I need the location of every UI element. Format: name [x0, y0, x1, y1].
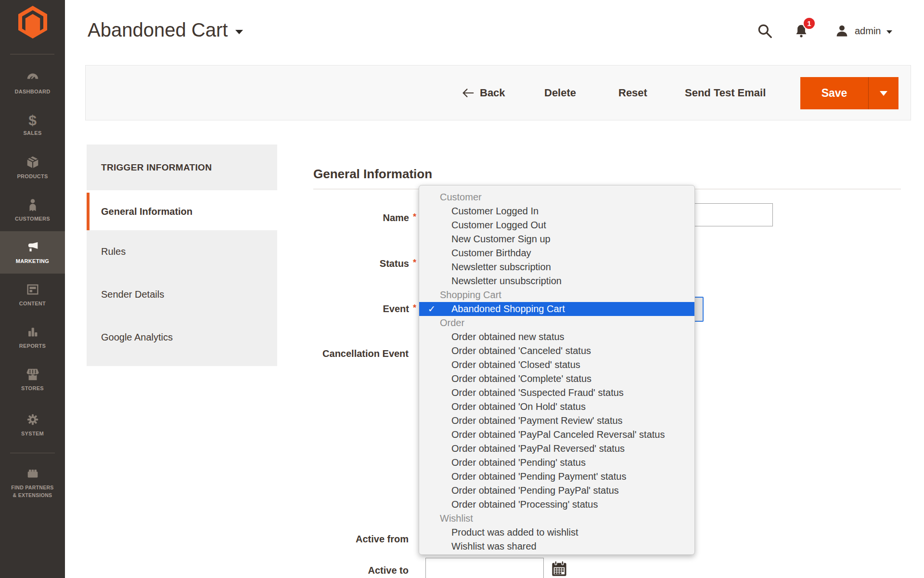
user-icon: [835, 24, 849, 38]
products-icon: [26, 155, 40, 170]
sidebar-nav: DASHBOARD $ SALES PRODUCTS CUSTOMERS: [0, 62, 65, 509]
delete-button[interactable]: Delete: [544, 66, 576, 120]
sidebar-item-label: STORES: [21, 385, 44, 393]
calendar-icon: [551, 560, 568, 577]
tab-general-information[interactable]: General Information: [87, 193, 277, 230]
sidebar-item-label: MARKETING: [16, 258, 49, 265]
magento-logo[interactable]: [0, 6, 65, 39]
dropdown-option[interactable]: Order obtained 'Pending PayPal' status: [419, 484, 694, 498]
account-menu[interactable]: admin: [835, 24, 892, 38]
sidebar-item-label: SALES: [23, 130, 41, 137]
tab-label: Rules: [101, 246, 126, 257]
caret-down-icon: [880, 91, 887, 96]
dropdown-option[interactable]: Order obtained 'Suspected Fraud' status: [419, 386, 694, 400]
checkmark-icon: ✓: [428, 302, 436, 316]
dropdown-option[interactable]: Order obtained 'Closed' status: [419, 358, 694, 372]
tab-label: Sender Details: [101, 289, 164, 300]
dropdown-option[interactable]: Customer Logged In: [419, 204, 694, 218]
dropdown-option[interactable]: Wishlist was shared: [419, 539, 694, 553]
status-label: Status*: [380, 258, 416, 269]
dropdown-option[interactable]: Order obtained 'Pending' status: [419, 456, 694, 470]
dropdown-option[interactable]: Order obtained 'On Hold' status: [419, 400, 694, 414]
dropdown-option[interactable]: Order obtained 'Pending Payment' status: [419, 470, 694, 484]
active-to-label: Active to: [368, 565, 409, 576]
sidebar-item-system[interactable]: SYSTEM: [0, 401, 65, 449]
dropdown-option[interactable]: Order obtained 'Payment Review' status: [419, 414, 694, 428]
sidebar-item-label: DASHBOARD: [14, 88, 50, 96]
dropdown-option[interactable]: Order obtained new status: [419, 330, 694, 344]
notification-badge[interactable]: 1: [803, 17, 816, 30]
tab-rules[interactable]: Rules: [87, 230, 277, 273]
reports-icon: [26, 325, 40, 339]
tab-google-analytics[interactable]: Google Analytics: [87, 316, 277, 359]
sidebar-item-marketing[interactable]: MARKETING: [0, 231, 65, 274]
dropdown-group-customer: Customer: [419, 190, 694, 204]
page-title-text: Abandoned Cart: [88, 19, 228, 41]
sidebar-item-sales[interactable]: $ SALES: [0, 104, 65, 146]
page-actions-bar: Back Delete Reset Send Test Email Save: [85, 65, 911, 120]
name-label: Name*: [383, 212, 417, 223]
dropdown-group-order: Order: [419, 316, 694, 330]
back-arrow-icon: [462, 88, 474, 98]
sidebar-item-label: CONTENT: [19, 300, 46, 308]
required-marker: *: [413, 212, 416, 223]
dropdown-group-wishlist: Wishlist: [419, 512, 694, 525]
dropdown-option[interactable]: Product was added to wishlist: [419, 525, 694, 539]
dropdown-option[interactable]: Order obtained 'Complete' status: [419, 372, 694, 386]
dropdown-option[interactable]: Order obtained 'Processing' status: [419, 498, 694, 512]
dropdown-option-selected[interactable]: ✓ Abandoned Shopping Cart: [419, 302, 694, 316]
save-button[interactable]: Save: [800, 77, 868, 109]
send-test-email-button[interactable]: Send Test Email: [685, 66, 766, 120]
sidebar-item-customers[interactable]: CUSTOMERS: [0, 189, 65, 231]
dropdown-option[interactable]: Order obtained 'PayPal Reversed' status: [419, 442, 694, 456]
page-title[interactable]: Abandoned Cart: [88, 19, 243, 41]
dropdown-option[interactable]: New Customer Sign up: [419, 232, 694, 246]
tab-sender-details[interactable]: Sender Details: [87, 273, 277, 316]
sidebar-item-find-partners[interactable]: FIND PARTNERS& EXTENSIONS: [0, 456, 65, 509]
account-name: admin: [855, 26, 881, 37]
dropdown-group-shopping-cart: Shopping Cart: [419, 288, 694, 302]
sidebar-item-content[interactable]: CONTENT: [0, 274, 65, 316]
active-to-calendar-button[interactable]: [551, 560, 568, 577]
caret-down-icon: [886, 30, 892, 34]
back-button[interactable]: Back: [462, 66, 505, 120]
back-label: Back: [480, 87, 505, 99]
dropdown-option[interactable]: Customer Birthday: [419, 246, 694, 260]
section-heading: General Information: [313, 167, 432, 182]
dropdown-option-label: Abandoned Shopping Cart: [451, 303, 565, 314]
dropdown-option[interactable]: Order obtained 'Canceled' status: [419, 344, 694, 358]
sidebar-item-products[interactable]: PRODUCTS: [0, 146, 65, 189]
sidebar-item-label: PRODUCTS: [17, 173, 48, 181]
cancellation-event-label: Cancellation Event: [322, 348, 409, 359]
dropdown-option[interactable]: Newsletter subscription: [419, 260, 694, 274]
sidebar-item-label: SYSTEM: [21, 430, 44, 438]
dropdown-option[interactable]: Newsletter unsubscription: [419, 274, 694, 288]
sales-icon: $: [28, 113, 37, 128]
sidebar-item-dashboard[interactable]: DASHBOARD: [0, 62, 65, 104]
notification-count: 1: [807, 19, 811, 27]
dashboard-icon: [26, 70, 40, 85]
save-split-button: Save: [800, 77, 898, 109]
save-options-button[interactable]: [868, 77, 898, 109]
system-icon: [26, 412, 40, 427]
sidebar-item-reports[interactable]: REPORTS: [0, 316, 65, 358]
sidebar-item-label: REPORTS: [19, 342, 46, 350]
search-icon: [757, 23, 773, 39]
sidebar-item-label: CUSTOMERS: [15, 215, 50, 223]
sidebar-item-stores[interactable]: STORES: [0, 358, 65, 401]
stores-icon: [26, 367, 40, 381]
event-label: Event*: [383, 303, 416, 315]
active-to-input[interactable]: [425, 558, 544, 578]
reset-button[interactable]: Reset: [618, 66, 647, 120]
send-test-email-label: Send Test Email: [685, 87, 766, 99]
active-from-label: Active from: [356, 534, 409, 545]
delete-label: Delete: [544, 87, 576, 99]
dropdown-option[interactable]: Order obtained 'PayPal Canceled Reversal…: [419, 428, 694, 442]
search-button[interactable]: [757, 23, 773, 39]
reset-label: Reset: [618, 87, 647, 99]
customers-icon: [26, 197, 40, 212]
dropdown-option[interactable]: Customer Logged Out: [419, 218, 694, 232]
save-label: Save: [821, 87, 847, 100]
extensions-icon: [26, 466, 40, 481]
event-dropdown: Customer Customer Logged In Customer Log…: [419, 185, 695, 555]
